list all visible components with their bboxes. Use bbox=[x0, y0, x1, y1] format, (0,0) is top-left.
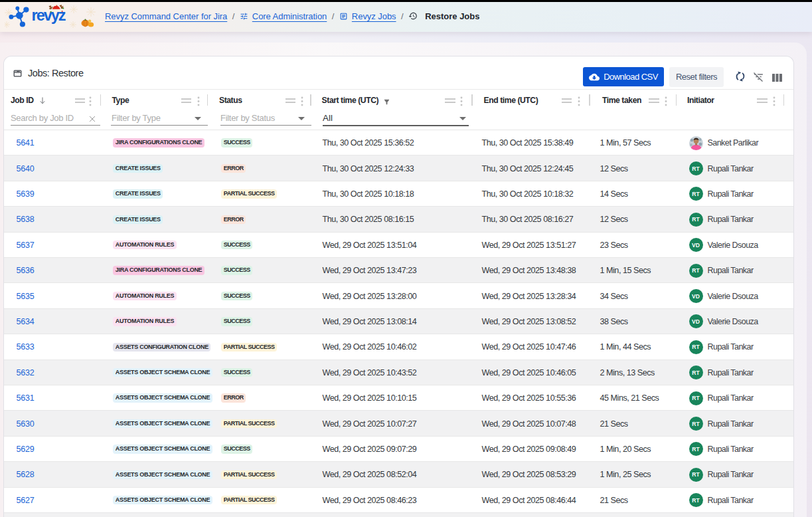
svg-text:revyz: revyz bbox=[32, 7, 66, 24]
